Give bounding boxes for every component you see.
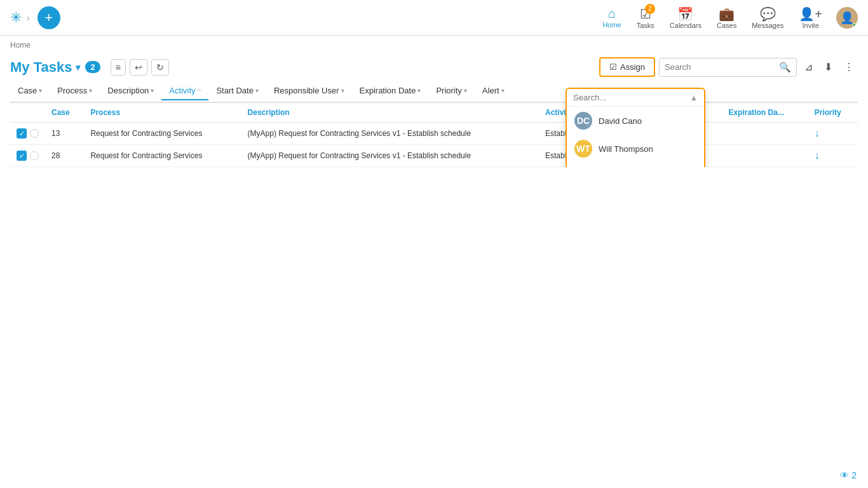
calendars-icon: 📅 <box>677 6 693 22</box>
table-row: 28 Request for Contracting Services (MyA… <box>10 145 858 167</box>
table-row: 13 Request for Contracting Services (MyA… <box>10 123 858 145</box>
app-logo: ✳ <box>10 10 22 26</box>
row2-radio[interactable] <box>30 151 39 160</box>
priority-down-icon: ↓ <box>815 128 820 139</box>
filter-case[interactable]: Case ▾ <box>10 82 50 99</box>
nav-invite[interactable]: 👤+ Invite <box>792 4 829 32</box>
row2-expiration-date <box>722 145 808 167</box>
add-button[interactable]: + <box>37 6 60 29</box>
row1-description: (MyApp) Request for Contracting Services… <box>241 123 539 145</box>
search-input[interactable] <box>660 59 774 75</box>
filter-priority[interactable]: Priority ▾ <box>428 82 474 99</box>
row1-cb-wrap <box>17 128 39 139</box>
nav-home-label: Home <box>602 21 621 29</box>
filter-description[interactable]: Description ▾ <box>100 82 161 99</box>
nav-cases-label: Cases <box>717 22 736 29</box>
user-option-will-thompson[interactable]: WT Will Thompson <box>567 135 704 163</box>
nav-tasks-label: Tasks <box>637 22 654 29</box>
breadcrumb: Home <box>10 36 858 52</box>
right-toolbar: ☑ Assign 🔍 ⊿ ⬇ ⋮ ▲ DC <box>599 57 858 77</box>
search-box: 🔍 <box>659 58 797 77</box>
row1-expiration-date <box>722 123 808 145</box>
main-content: Home My Tasks ▾ 2 ≡ ↩ ↻ ☑ Assign 🔍 ⊿ ⬇ ⋮ <box>0 36 868 167</box>
dropdown-search-row: ▲ <box>567 89 704 107</box>
table-header-row: Case Process Description Activity Respon… <box>10 103 858 123</box>
th-checkbox <box>10 103 45 123</box>
online-indicator <box>852 23 857 28</box>
filter-row: Case ▾ Process ▾ Description ▾ Activity … <box>10 82 858 103</box>
nav-tasks[interactable]: ☑ 2 Tasks <box>630 4 661 32</box>
user-avatar[interactable]: 👤 <box>836 7 858 29</box>
th-description[interactable]: Description <box>241 103 539 123</box>
priority-down-icon-2: ↓ <box>815 150 820 161</box>
assign-checkbox-icon: ☑ <box>609 62 617 72</box>
filter-responsible-user[interactable]: Responsible User ▾ <box>266 82 352 99</box>
user-list: DC David Cano WT Will Thompson XP Xavier… <box>567 107 704 167</box>
filter-expiration-date[interactable]: Expiration Date ▾ <box>352 82 429 99</box>
assign-dropdown-container: ▲ DC David Cano WT Will Thompson XP <box>566 88 705 167</box>
row2-checkbox-cell <box>10 145 45 167</box>
nav-cases[interactable]: 💼 Cases <box>710 4 743 32</box>
row1-radio[interactable] <box>30 129 39 138</box>
th-priority[interactable]: Priority <box>808 103 858 123</box>
row2-checkbox[interactable] <box>17 151 27 161</box>
advanced-filter-button[interactable]: ⊿ <box>801 58 817 76</box>
home-icon: ⌂ <box>608 6 616 21</box>
th-process[interactable]: Process <box>84 103 241 123</box>
th-expiration-date[interactable]: Expiration Da... <box>722 103 808 123</box>
title-toolbar: ≡ ↩ ↻ <box>111 59 169 76</box>
nav-icons-group: ⌂ Home ☑ 2 Tasks 📅 Calendars 💼 Cases 💬 M… <box>596 4 858 32</box>
page-title: My Tasks ▾ <box>10 59 80 76</box>
filter-process[interactable]: Process ▾ <box>50 82 100 99</box>
search-button[interactable]: 🔍 <box>774 58 796 76</box>
page-title-text: My Tasks <box>10 59 72 76</box>
row1-checkbox[interactable] <box>17 128 27 139</box>
task-count-badge: 2 <box>85 61 100 73</box>
table-body: 13 Request for Contracting Services (MyA… <box>10 123 858 167</box>
row1-checkbox-cell <box>10 123 45 145</box>
nav-expand-arrow[interactable]: › <box>27 13 30 23</box>
user-name-will-thompson: Will Thompson <box>599 144 653 154</box>
refresh-button[interactable]: ↻ <box>151 59 169 76</box>
row1-process: Request for Contracting Services <box>84 123 241 145</box>
user-name-david-cano: David Cano <box>599 116 642 126</box>
dropdown-collapse-icon[interactable]: ▲ <box>690 93 698 102</box>
invite-icon: 👤+ <box>799 6 822 22</box>
user-avatar-wt: WT <box>574 140 592 158</box>
user-option-david-cano[interactable]: DC David Cano <box>567 107 704 135</box>
filter-options-button[interactable]: ≡ <box>111 59 126 76</box>
filter-activity[interactable]: Activity ~ <box>161 82 208 100</box>
assign-button-label: Assign <box>620 62 645 72</box>
page-title-chevron[interactable]: ▾ <box>76 62 80 72</box>
row2-case: 28 <box>45 145 84 167</box>
nav-calendars-label: Calendars <box>670 22 702 29</box>
page-title-row: My Tasks ▾ 2 ≡ ↩ ↻ ☑ Assign 🔍 ⊿ ⬇ ⋮ <box>10 52 858 82</box>
tasks-badge: 2 <box>645 4 655 14</box>
nav-calendars[interactable]: 📅 Calendars <box>663 4 708 32</box>
cases-icon: 💼 <box>719 6 735 22</box>
nav-messages-label: Messages <box>752 22 783 29</box>
user-option-xavier-paz[interactable]: XP Xavier Paz <box>567 163 704 167</box>
row2-process: Request for Contracting Services <box>84 145 241 167</box>
download-button[interactable]: ⬇ <box>820 58 836 76</box>
undo-button[interactable]: ↩ <box>130 59 147 76</box>
row2-priority: ↓ <box>808 145 858 167</box>
row2-cb-wrap <box>17 151 39 161</box>
messages-icon: 💬 <box>760 6 776 22</box>
th-case[interactable]: Case <box>45 103 84 123</box>
dropdown-search-input[interactable] <box>573 93 686 102</box>
filter-alert[interactable]: Alert ▾ <box>475 82 512 99</box>
task-table: Case Process Description Activity Respon… <box>10 103 858 167</box>
filter-start-date[interactable]: Start Date ▾ <box>208 82 266 99</box>
row2-description: (MyApp) Request for Contracting Services… <box>241 145 539 167</box>
nav-invite-label: Invite <box>803 22 819 29</box>
assign-button[interactable]: ☑ Assign <box>599 57 655 77</box>
nav-home[interactable]: ⌂ Home <box>596 4 627 31</box>
tasks-icon: ☑ 2 <box>640 6 651 22</box>
user-avatar-dc: DC <box>574 112 592 130</box>
more-options-button[interactable]: ⋮ <box>840 58 858 76</box>
top-navigation: ✳ › + ⌂ Home ☑ 2 Tasks 📅 Calendars 💼 Cas… <box>0 0 868 36</box>
row1-case: 13 <box>45 123 84 145</box>
assign-dropdown: ▲ DC David Cano WT Will Thompson XP <box>566 88 705 167</box>
nav-messages[interactable]: 💬 Messages <box>745 4 790 32</box>
